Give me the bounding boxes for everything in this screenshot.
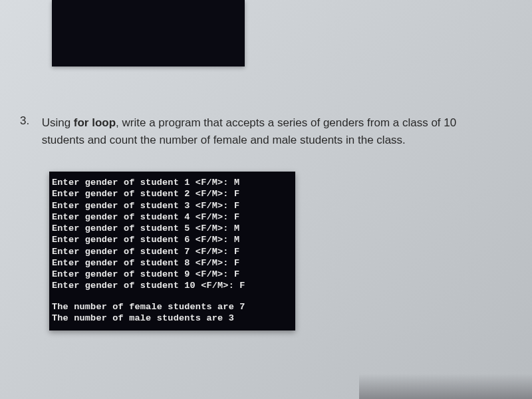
console-line: Enter gender of student 3 <F/M>: F	[52, 200, 291, 211]
console-line: Enter gender of student 9 <F/M>: F	[52, 269, 291, 280]
console-line: Enter gender of student 10 <F/M>: F	[52, 280, 291, 291]
console-line: Enter gender of student 2 <F/M>: F	[52, 188, 291, 200]
question-block: 3. Using for loop, write a program that …	[20, 114, 519, 150]
console-line: Enter gender of student 1 <F/M>: M	[52, 177, 291, 188]
question-number: 3.	[20, 114, 29, 128]
console-output: Enter gender of student 1 <F/M>: M Enter…	[49, 172, 295, 331]
console-line: Enter gender of student 6 <F/M>: M	[52, 234, 291, 245]
dark-image-block	[52, 0, 245, 66]
console-line: Enter gender of student 4 <F/M>: F	[52, 211, 291, 223]
question-prefix: Using	[42, 116, 74, 129]
console-spacer	[52, 292, 291, 301]
question-text: Using for loop, write a program that acc…	[42, 114, 501, 150]
console-line: Enter gender of student 5 <F/M>: M	[52, 223, 291, 234]
console-result-male: The number of male students are 3	[52, 313, 291, 324]
bottom-edge-shadow	[359, 374, 532, 399]
console-line: Enter gender of student 7 <F/M>: F	[52, 246, 291, 257]
console-result-female: The number of female students are 7	[52, 301, 291, 313]
console-line: Enter gender of student 8 <F/M>: F	[52, 257, 291, 269]
question-bold: for loop	[74, 116, 116, 129]
